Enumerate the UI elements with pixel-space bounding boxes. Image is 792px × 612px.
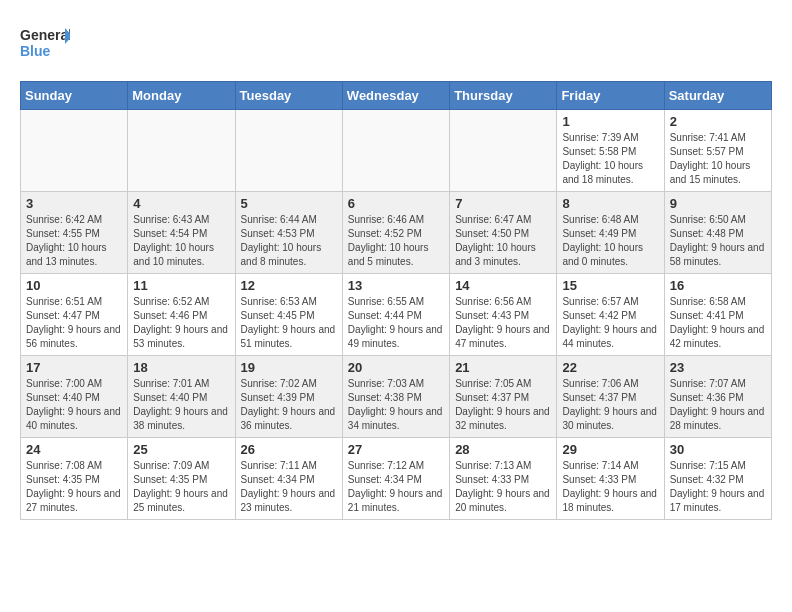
- day-info: Sunrise: 6:42 AMSunset: 4:55 PMDaylight:…: [26, 213, 122, 269]
- day-number: 16: [670, 278, 766, 293]
- day-number: 4: [133, 196, 229, 211]
- week-row-3: 17Sunrise: 7:00 AMSunset: 4:40 PMDayligh…: [21, 356, 772, 438]
- day-number: 20: [348, 360, 444, 375]
- day-number: 13: [348, 278, 444, 293]
- day-number: 3: [26, 196, 122, 211]
- day-info: Sunrise: 7:13 AMSunset: 4:33 PMDaylight:…: [455, 459, 551, 515]
- calendar-cell: [235, 110, 342, 192]
- day-number: 28: [455, 442, 551, 457]
- day-number: 17: [26, 360, 122, 375]
- calendar-cell: 20Sunrise: 7:03 AMSunset: 4:38 PMDayligh…: [342, 356, 449, 438]
- calendar-cell: 26Sunrise: 7:11 AMSunset: 4:34 PMDayligh…: [235, 438, 342, 520]
- calendar-cell: 27Sunrise: 7:12 AMSunset: 4:34 PMDayligh…: [342, 438, 449, 520]
- day-info: Sunrise: 7:15 AMSunset: 4:32 PMDaylight:…: [670, 459, 766, 515]
- day-number: 30: [670, 442, 766, 457]
- day-number: 2: [670, 114, 766, 129]
- day-number: 22: [562, 360, 658, 375]
- day-info: Sunrise: 6:44 AMSunset: 4:53 PMDaylight:…: [241, 213, 337, 269]
- calendar-cell: 28Sunrise: 7:13 AMSunset: 4:33 PMDayligh…: [450, 438, 557, 520]
- day-info: Sunrise: 6:47 AMSunset: 4:50 PMDaylight:…: [455, 213, 551, 269]
- day-number: 24: [26, 442, 122, 457]
- day-number: 27: [348, 442, 444, 457]
- calendar-cell: 17Sunrise: 7:00 AMSunset: 4:40 PMDayligh…: [21, 356, 128, 438]
- day-info: Sunrise: 6:48 AMSunset: 4:49 PMDaylight:…: [562, 213, 658, 269]
- day-number: 1: [562, 114, 658, 129]
- day-number: 15: [562, 278, 658, 293]
- day-info: Sunrise: 6:57 AMSunset: 4:42 PMDaylight:…: [562, 295, 658, 351]
- day-info: Sunrise: 7:02 AMSunset: 4:39 PMDaylight:…: [241, 377, 337, 433]
- week-row-2: 10Sunrise: 6:51 AMSunset: 4:47 PMDayligh…: [21, 274, 772, 356]
- calendar-cell: 30Sunrise: 7:15 AMSunset: 4:32 PMDayligh…: [664, 438, 771, 520]
- day-number: 11: [133, 278, 229, 293]
- day-number: 5: [241, 196, 337, 211]
- day-number: 8: [562, 196, 658, 211]
- calendar-cell: 14Sunrise: 6:56 AMSunset: 4:43 PMDayligh…: [450, 274, 557, 356]
- day-info: Sunrise: 6:58 AMSunset: 4:41 PMDaylight:…: [670, 295, 766, 351]
- day-info: Sunrise: 7:05 AMSunset: 4:37 PMDaylight:…: [455, 377, 551, 433]
- day-info: Sunrise: 7:11 AMSunset: 4:34 PMDaylight:…: [241, 459, 337, 515]
- day-info: Sunrise: 7:03 AMSunset: 4:38 PMDaylight:…: [348, 377, 444, 433]
- day-info: Sunrise: 6:56 AMSunset: 4:43 PMDaylight:…: [455, 295, 551, 351]
- day-number: 10: [26, 278, 122, 293]
- weekday-header-thursday: Thursday: [450, 82, 557, 110]
- day-number: 7: [455, 196, 551, 211]
- day-info: Sunrise: 6:43 AMSunset: 4:54 PMDaylight:…: [133, 213, 229, 269]
- day-number: 9: [670, 196, 766, 211]
- calendar-cell: 16Sunrise: 6:58 AMSunset: 4:41 PMDayligh…: [664, 274, 771, 356]
- day-number: 12: [241, 278, 337, 293]
- calendar-cell: 4Sunrise: 6:43 AMSunset: 4:54 PMDaylight…: [128, 192, 235, 274]
- calendar-cell: 29Sunrise: 7:14 AMSunset: 4:33 PMDayligh…: [557, 438, 664, 520]
- weekday-header-row: SundayMondayTuesdayWednesdayThursdayFrid…: [21, 82, 772, 110]
- day-info: Sunrise: 7:07 AMSunset: 4:36 PMDaylight:…: [670, 377, 766, 433]
- day-info: Sunrise: 6:55 AMSunset: 4:44 PMDaylight:…: [348, 295, 444, 351]
- day-info: Sunrise: 7:41 AMSunset: 5:57 PMDaylight:…: [670, 131, 766, 187]
- weekday-header-monday: Monday: [128, 82, 235, 110]
- calendar-cell: 7Sunrise: 6:47 AMSunset: 4:50 PMDaylight…: [450, 192, 557, 274]
- day-info: Sunrise: 7:06 AMSunset: 4:37 PMDaylight:…: [562, 377, 658, 433]
- svg-text:Blue: Blue: [20, 43, 51, 59]
- day-number: 21: [455, 360, 551, 375]
- calendar-cell: 12Sunrise: 6:53 AMSunset: 4:45 PMDayligh…: [235, 274, 342, 356]
- calendar-cell: 15Sunrise: 6:57 AMSunset: 4:42 PMDayligh…: [557, 274, 664, 356]
- day-info: Sunrise: 6:51 AMSunset: 4:47 PMDaylight:…: [26, 295, 122, 351]
- day-number: 25: [133, 442, 229, 457]
- calendar-cell: [342, 110, 449, 192]
- calendar-cell: [21, 110, 128, 192]
- day-number: 23: [670, 360, 766, 375]
- day-number: 26: [241, 442, 337, 457]
- header: General Blue: [20, 20, 772, 65]
- logo-svg: General Blue: [20, 20, 70, 65]
- week-row-0: 1Sunrise: 7:39 AMSunset: 5:58 PMDaylight…: [21, 110, 772, 192]
- day-info: Sunrise: 6:46 AMSunset: 4:52 PMDaylight:…: [348, 213, 444, 269]
- logo: General Blue: [20, 20, 70, 65]
- day-info: Sunrise: 6:50 AMSunset: 4:48 PMDaylight:…: [670, 213, 766, 269]
- day-info: Sunrise: 7:14 AMSunset: 4:33 PMDaylight:…: [562, 459, 658, 515]
- week-row-4: 24Sunrise: 7:08 AMSunset: 4:35 PMDayligh…: [21, 438, 772, 520]
- day-number: 14: [455, 278, 551, 293]
- calendar-cell: 19Sunrise: 7:02 AMSunset: 4:39 PMDayligh…: [235, 356, 342, 438]
- calendar-cell: 9Sunrise: 6:50 AMSunset: 4:48 PMDaylight…: [664, 192, 771, 274]
- calendar-cell: 25Sunrise: 7:09 AMSunset: 4:35 PMDayligh…: [128, 438, 235, 520]
- weekday-header-friday: Friday: [557, 82, 664, 110]
- svg-text:General: General: [20, 27, 70, 43]
- day-number: 29: [562, 442, 658, 457]
- calendar-cell: 24Sunrise: 7:08 AMSunset: 4:35 PMDayligh…: [21, 438, 128, 520]
- day-info: Sunrise: 7:01 AMSunset: 4:40 PMDaylight:…: [133, 377, 229, 433]
- calendar-cell: 11Sunrise: 6:52 AMSunset: 4:46 PMDayligh…: [128, 274, 235, 356]
- weekday-header-tuesday: Tuesday: [235, 82, 342, 110]
- calendar-cell: 5Sunrise: 6:44 AMSunset: 4:53 PMDaylight…: [235, 192, 342, 274]
- day-info: Sunrise: 7:00 AMSunset: 4:40 PMDaylight:…: [26, 377, 122, 433]
- day-info: Sunrise: 6:52 AMSunset: 4:46 PMDaylight:…: [133, 295, 229, 351]
- weekday-header-saturday: Saturday: [664, 82, 771, 110]
- day-info: Sunrise: 7:08 AMSunset: 4:35 PMDaylight:…: [26, 459, 122, 515]
- calendar-cell: 21Sunrise: 7:05 AMSunset: 4:37 PMDayligh…: [450, 356, 557, 438]
- calendar-cell: 13Sunrise: 6:55 AMSunset: 4:44 PMDayligh…: [342, 274, 449, 356]
- calendar-cell: 3Sunrise: 6:42 AMSunset: 4:55 PMDaylight…: [21, 192, 128, 274]
- calendar-cell: 8Sunrise: 6:48 AMSunset: 4:49 PMDaylight…: [557, 192, 664, 274]
- calendar-cell: 6Sunrise: 6:46 AMSunset: 4:52 PMDaylight…: [342, 192, 449, 274]
- calendar-cell: 2Sunrise: 7:41 AMSunset: 5:57 PMDaylight…: [664, 110, 771, 192]
- calendar-cell: [450, 110, 557, 192]
- day-info: Sunrise: 7:09 AMSunset: 4:35 PMDaylight:…: [133, 459, 229, 515]
- calendar-table: SundayMondayTuesdayWednesdayThursdayFrid…: [20, 81, 772, 520]
- day-info: Sunrise: 7:12 AMSunset: 4:34 PMDaylight:…: [348, 459, 444, 515]
